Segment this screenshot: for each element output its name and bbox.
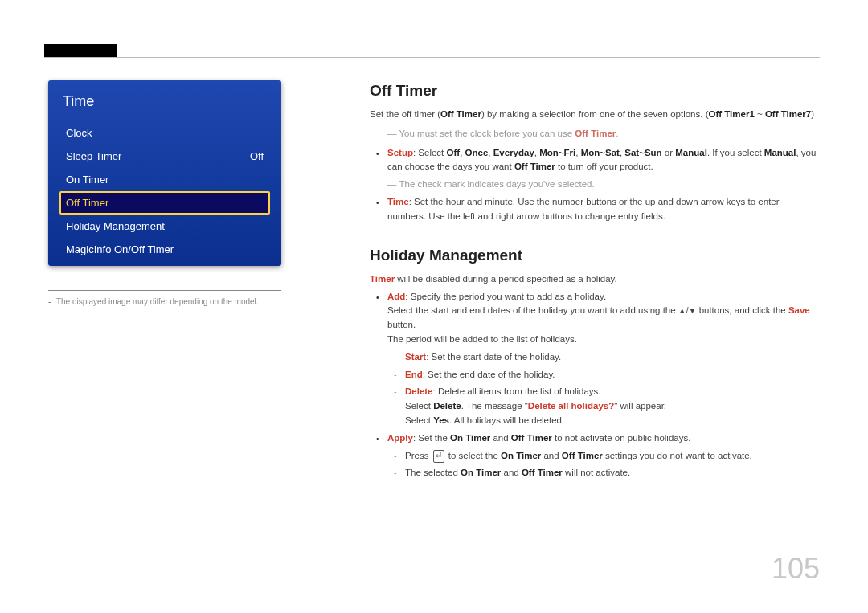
holiday-add-detail-2: The period will be added to the list of … [387, 333, 820, 347]
page-number: 105 [772, 552, 820, 586]
osd-menu-item-sleep-timer[interactable]: Sleep Timer Off [59, 145, 270, 168]
osd-menu-title: Time [59, 92, 270, 112]
image-disclaimer-footnote: - The displayed image may differ dependi… [48, 290, 281, 306]
dash-icon: ― [387, 129, 399, 138]
holiday-delete-detail-1: Select Delete. The message "Delete all h… [405, 399, 820, 414]
holiday-add-item: Add: Specify the period you want to add … [387, 290, 820, 428]
up-down-arrow-icon: ▲/▼ [678, 307, 697, 316]
osd-menu-item-label: Off Timer [66, 197, 108, 209]
holiday-delete-item: Delete: Delete all items from the list o… [405, 385, 820, 427]
osd-menu-item-label: Holiday Management [66, 220, 165, 232]
holiday-delete-detail-2: Select Yes. All holidays will be deleted… [405, 414, 820, 428]
osd-menu-item-label: On Timer [66, 174, 108, 186]
holiday-apply-sub-2: The selected On Timer and Off Timer will… [405, 466, 820, 480]
osd-menu-item-holiday-management[interactable]: Holiday Management [59, 215, 270, 238]
off-timer-time-item: Time: Set the hour and minute. Use the n… [387, 195, 820, 224]
osd-menu-panel: Time Clock Sleep Timer Off On Timer Off … [48, 80, 281, 266]
enter-button-icon: ⏎ [433, 450, 444, 463]
holiday-apply-item: Apply: Set the On Timer and Off Timer to… [387, 431, 820, 480]
osd-menu-item-magicinfo-timer[interactable]: MagicInfo On/Off Timer [59, 238, 270, 261]
osd-menu-item-value: Off [250, 150, 264, 162]
osd-menu-item-clock[interactable]: Clock [59, 121, 270, 145]
osd-menu-item-on-timer[interactable]: On Timer [59, 168, 270, 191]
osd-menu-item-label: Clock [66, 127, 92, 139]
dash-icon: ― [387, 179, 399, 189]
holiday-add-detail-1: Select the start and end dates of the ho… [387, 304, 820, 333]
off-timer-clock-note: ― You must set the clock before you can … [387, 127, 820, 141]
osd-menu-item-label: Sleep Timer [66, 150, 121, 162]
off-timer-checkmark-note: ― The check mark indicates days you've s… [387, 178, 820, 192]
heading-holiday-management: Holiday Management [370, 247, 820, 264]
osd-menu-item-off-timer[interactable]: Off Timer [59, 191, 270, 215]
footnote-text: The displayed image may differ depending… [56, 297, 259, 306]
off-timer-intro: Set the off timer (Off Timer) by making … [370, 108, 820, 122]
osd-menu-item-label: MagicInfo On/Off Timer [66, 243, 174, 255]
holiday-end-item: End: Set the end date of the holiday. [405, 368, 820, 382]
dash-icon: - [48, 297, 51, 306]
heading-off-timer: Off Timer [370, 82, 820, 100]
holiday-start-item: Start: Set the start date of the holiday… [405, 350, 820, 365]
holiday-apply-sub-1: Press ⏎ to select the On Timer and Off T… [405, 449, 820, 464]
holiday-intro: Timer will be disabled during a period s… [370, 272, 820, 287]
off-timer-setup-item: Setup: Select Off, Once, Everyday, Mon~F… [387, 146, 820, 192]
